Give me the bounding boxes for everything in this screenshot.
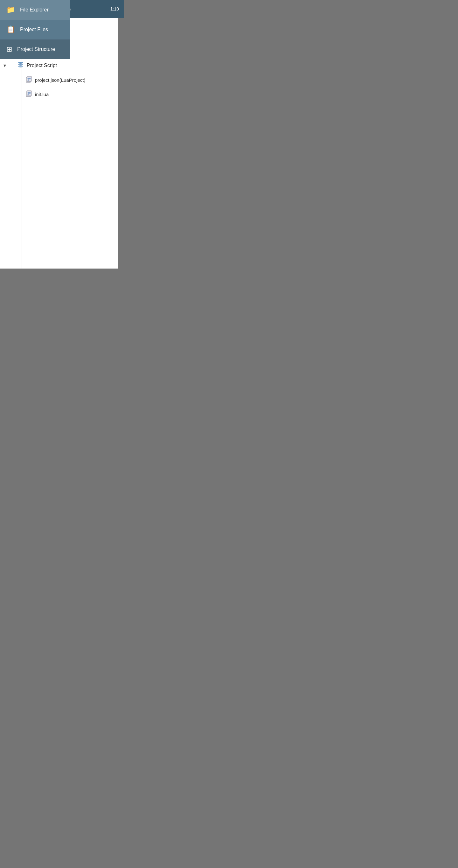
project-script-label: Project Script	[27, 63, 57, 68]
menu-item-file-explorer[interactable]: 📁 File Explorer	[0, 0, 70, 20]
svg-point-13	[18, 64, 23, 66]
grid-icon: 📋	[6, 26, 15, 34]
menu-item-project-structure[interactable]: ⊞ Project Structure	[0, 39, 70, 59]
svg-point-12	[18, 62, 23, 64]
editor-panel	[118, 18, 124, 269]
svg-point-24	[28, 94, 29, 95]
menu-item-project-structure-label: Project Structure	[17, 46, 55, 52]
folder-icon: 📁	[6, 6, 15, 14]
structure-icon: ⊞	[6, 45, 12, 54]
menu-item-project-files[interactable]: 📋 Project Files	[0, 20, 70, 39]
file-name: init.lua	[35, 92, 48, 97]
project-script-header[interactable]: ▼ Project Script	[0, 58, 118, 73]
json-file-icon	[26, 90, 32, 98]
svg-point-23	[29, 92, 31, 94]
menu-item-file-explorer-label: File Explorer	[20, 7, 48, 13]
list-item[interactable]: project.json(LuaProject)	[0, 73, 118, 87]
layers-icon	[17, 61, 24, 70]
svg-point-22	[28, 92, 29, 94]
menu-item-project-files-label: Project Files	[20, 27, 48, 32]
time-display: 1:10	[110, 6, 119, 11]
svg-point-18	[29, 78, 31, 80]
svg-point-17	[28, 78, 29, 80]
dropdown-menu: 📁 File Explorer 📋 Project Files ⊞ Projec…	[0, 0, 70, 59]
list-item[interactable]: init.lua	[0, 87, 118, 101]
svg-point-14	[18, 66, 23, 67]
svg-point-19	[28, 80, 29, 81]
expand-arrow-icon: ▼	[3, 63, 7, 68]
json-file-icon	[26, 76, 32, 84]
file-name: project.json(LuaProject)	[35, 77, 85, 83]
